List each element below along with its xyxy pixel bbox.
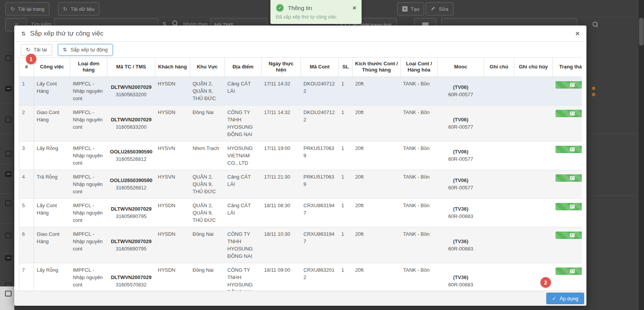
cell-order-type: IMPFCL - Nhập nguyên cont [70, 263, 107, 291]
cell-location: CÔNG TY TNHH HYOSUNG ĐỒNG NAI [225, 227, 262, 263]
refresh-icon: ↻ [26, 47, 30, 53]
cell-job-type: Lấy Rỗng [34, 263, 70, 291]
column-header: Kích thước Cont / Thùng hàng [353, 58, 401, 77]
cell-order-number: 1 [19, 77, 34, 105]
apply-button[interactable]: ✓ Áp dụng [546, 293, 584, 304]
create-button: + Tạo [397, 2, 424, 15]
cell-status [553, 198, 582, 227]
reload-data-icon: ↻ [63, 6, 68, 12]
toast-title: Thông tin [288, 5, 353, 11]
status-badge[interactable] [556, 267, 582, 275]
cell-quantity: 1 [339, 141, 353, 170]
column-header: Mooc [438, 58, 484, 77]
cell-tc-tms-code: DLTWVN200702931605633200 [107, 105, 155, 141]
cell-order-type: IMPFCL - Nhập nguyên cont [70, 170, 107, 198]
job-row[interactable]: 1Lấy Cont HàngIMPFCL - Nhập nguyên contD… [19, 77, 582, 105]
reload-page-button: ↻ Tải lại trang [5, 2, 49, 15]
jobs-table-container: #Công việcLoại đơn hàngMã TC / TMSKhách … [19, 57, 582, 291]
trailer-code: (TV36) [440, 205, 481, 213]
auto-sort-button[interactable]: ⇅ Sắp xếp tự động [58, 44, 113, 56]
row-checkbox [5, 291, 12, 296]
row-divider [587, 133, 639, 134]
trailer-code: (TV06) [440, 148, 481, 155]
row-divider [0, 164, 14, 164]
tms-code: 31605570832 [110, 281, 153, 288]
toast-close-icon[interactable]: × [353, 5, 356, 11]
tc-code: DLTWVN2007029 [110, 116, 153, 123]
column-header: Trạng thái [553, 58, 582, 77]
cell-status [553, 263, 582, 291]
job-row[interactable]: 4Trả RỗngIMPFCL - Nhập nguyên contOOLU26… [19, 170, 582, 198]
column-header: Ngày thực hiện [262, 58, 301, 77]
page-footer-row [0, 286, 14, 310]
trailer-plate: 60R-00577 [440, 184, 481, 191]
modal-title-text: Sắp xếp thứ tự công việc [30, 30, 104, 37]
edit-label: Sửa [439, 6, 449, 12]
job-row[interactable]: 7Lấy RỗngIMPFCL - Nhập nguyên contDLTWVN… [19, 263, 582, 291]
trailer-plate: 60R-00883 [440, 213, 481, 220]
column-header: Loại Cont / Hàng hóa [401, 58, 438, 77]
cell-order-type: IMPFCL - Nhập nguyên cont [70, 198, 107, 227]
cell-cancel-note [514, 198, 553, 227]
cell-location: CÔNG TY TNHH HYOSUNG ĐỒNG NAI [225, 263, 262, 291]
cell-order-type: IMPFCL - Nhập nguyên cont [70, 141, 107, 170]
status-badge[interactable] [556, 110, 582, 117]
cell-job-type: Giao Cont Hàng [34, 105, 70, 141]
job-row[interactable]: 5Lấy Cont HàngIMPFCL - Nhập nguyên contD… [19, 198, 582, 227]
cell-container-type: TANK - Bồn [401, 170, 438, 198]
reload-data-label: Tải dữ liệu [71, 6, 94, 12]
cell-job-type: Lấy Rỗng [34, 141, 70, 170]
cell-quantity: 1 [339, 105, 353, 141]
column-header: Loại đơn hàng [70, 58, 107, 77]
cell-trailer: (TV06)60R-00577 [438, 170, 484, 198]
cell-job-type: Lấy Cont Hàng [34, 198, 70, 227]
status-badge[interactable] [556, 146, 582, 153]
cell-container-size: 20ft [353, 227, 401, 263]
reload-button[interactable]: ↻ Tải lại [21, 44, 52, 56]
cell-note [484, 141, 514, 170]
modal-close-icon[interactable]: × [575, 30, 579, 37]
cell-container-code: DKOU2407122 [301, 105, 339, 141]
row-divider [0, 223, 14, 224]
cell-container-type: TANK - Bồn [401, 227, 438, 263]
tc-code: DLTWVN2007029 [110, 274, 153, 281]
cell-region: QUẬN 2, QUẬN 9, THỦ ĐỨC [190, 77, 225, 105]
trailer-plate: 60R-00577 [440, 123, 481, 131]
cell-container-code: CRXU8631947 [301, 227, 339, 263]
cell-region: Nhơn Trạch [190, 141, 225, 170]
status-badge[interactable] [556, 81, 582, 89]
trailer-code: (TV36) [440, 274, 481, 281]
status-badge[interactable] [556, 232, 582, 239]
page-scrollbar-thumb[interactable] [639, 18, 644, 46]
notification-dot [592, 93, 595, 96]
column-header: Mã Cont [301, 58, 339, 77]
row-divider [0, 193, 14, 194]
cell-execute-date: 18/11 08:30 [262, 198, 301, 227]
cell-location: HYOSUNG VIETNAM CO., LTD [225, 141, 262, 170]
page-scrollbar[interactable] [639, 0, 644, 310]
status-badge[interactable] [556, 203, 582, 210]
cell-execute-date: 17/11 21:30 [262, 170, 301, 198]
cell-trailer: (TV06)60R-00577 [438, 105, 484, 141]
trailer-code: (TV06) [440, 177, 481, 184]
cell-execute-date: 18/11 09:00 [262, 263, 301, 291]
job-row[interactable]: 2Giao Cont HàngIMPFCL - Nhập nguyên cont… [19, 105, 582, 141]
cell-trailer: (TV36)60R-00883 [438, 263, 484, 291]
plus-square-icon: + [402, 6, 408, 12]
row-checkbox [5, 117, 12, 123]
row-divider [0, 253, 14, 254]
tms-code: 31605690795 [110, 245, 153, 252]
job-row[interactable]: 6Giao Cont HàngIMPFCL - Nhập nguyên cont… [19, 227, 582, 263]
cell-order-number: 7 [19, 263, 34, 291]
cell-order-type: IMPFCL - Nhập nguyên cont [70, 105, 107, 141]
trailer-plate: 60R-00883 [440, 281, 481, 288]
cell-container-code: DKOU2407122 [301, 77, 339, 105]
job-row[interactable]: 3Lấy RỗngIMPFCL - Nhập nguyên contOOLU26… [19, 141, 582, 170]
sort-jobs-modal: ⇅ Sắp xếp thứ tự công việc × ↻ Tải lại ⇅… [14, 26, 586, 306]
row-checkbox [5, 171, 12, 177]
trailer-code: (TV06) [440, 116, 481, 123]
cell-tc-tms-code: DLTWVN200702931605690795 [107, 227, 155, 263]
status-badge[interactable] [556, 174, 582, 182]
row-checkbox [5, 233, 12, 238]
reload-button-label: Tải lại [34, 47, 47, 53]
